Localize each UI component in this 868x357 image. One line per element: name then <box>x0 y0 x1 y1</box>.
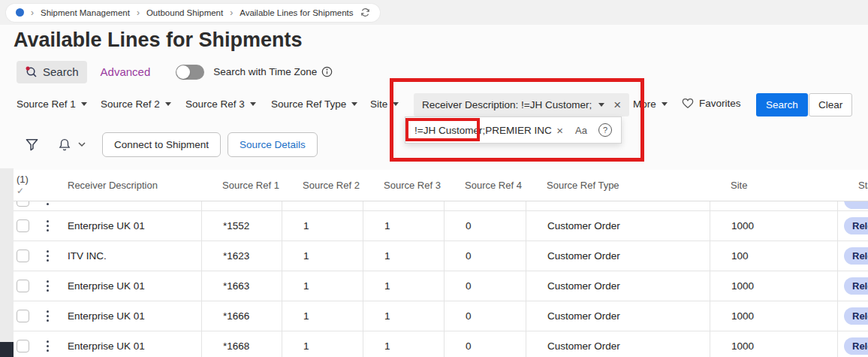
col-header-site[interactable]: Site <box>710 180 837 191</box>
caret-down-icon <box>393 102 399 106</box>
table-row: Enterprise UK 01 *1552 1 1 0 Customer Or… <box>14 211 868 241</box>
notifications-control[interactable] <box>58 138 86 152</box>
cell-source-ref-4: 0 <box>444 211 526 241</box>
cell-source-ref-2: 1 <box>282 241 363 271</box>
col-header-source-ref-3[interactable]: Source Ref 3 <box>363 180 444 191</box>
source-details-button[interactable]: Source Details <box>228 132 318 157</box>
cell-source-ref-1: *1666 <box>201 301 282 331</box>
col-header-source-ref-4[interactable]: Source Ref 4 <box>444 180 526 191</box>
toggle-knob <box>176 65 190 79</box>
col-header-source-ref-type[interactable]: Source Ref Type <box>526 180 710 191</box>
cell-source-ref-4: 0 <box>444 331 526 357</box>
col-header-source-ref-2[interactable]: Source Ref 2 <box>282 180 363 191</box>
caret-down-icon <box>165 102 171 106</box>
cell-source-ref-1: *1663 <box>201 271 282 301</box>
cell-receiver-description: Enterprise UK 01 <box>68 331 201 357</box>
available-lines-page: { "colors": { "annotation_red": "#e11c1c… <box>0 0 868 357</box>
row-checkbox[interactable] <box>17 219 29 232</box>
tab-search-label: Search <box>43 65 79 78</box>
table-row: ITV INC. *1623 1 1 0 Customer Order 100 … <box>14 241 868 271</box>
filter-dropdown-label: Source Ref 2 <box>101 98 160 110</box>
info-icon[interactable] <box>321 66 333 77</box>
tab-search[interactable]: Search <box>17 61 87 83</box>
status-badge: Released <box>844 277 868 295</box>
caret-down-icon <box>662 102 668 106</box>
favorites-button[interactable]: Favorites <box>682 98 741 109</box>
row-checkbox[interactable] <box>17 201 29 207</box>
table-row: Enterprise UK 01 *1663 1 1 0 Customer Or… <box>14 271 868 301</box>
cell-source-ref-2: 1 <box>282 331 363 357</box>
timezone-toggle[interactable] <box>176 65 204 80</box>
partially-visible-row <box>14 201 868 211</box>
help-icon[interactable]: ? <box>598 123 612 137</box>
row-menu-icon[interactable] <box>45 280 49 292</box>
left-corner-block <box>0 342 14 357</box>
row-checkbox[interactable] <box>17 340 29 352</box>
filter-dropdown-site[interactable]: Site <box>370 98 399 110</box>
cell-site: 1000 <box>710 331 837 357</box>
row-checkbox[interactable] <box>17 280 29 292</box>
row-menu-icon[interactable] <box>45 250 49 262</box>
breadcrumb-item-available-lines[interactable]: Available Lines for Shipments <box>240 8 353 17</box>
col-header-receiver-description[interactable]: Receiver Description <box>68 180 201 191</box>
filter-more-dropdown[interactable]: More <box>633 98 668 110</box>
cell-source-ref-type: Customer Order <box>526 241 710 271</box>
table-row: Enterprise UK 01 *1666 1 1 0 Customer Or… <box>14 301 868 331</box>
filter-funnel-icon[interactable] <box>25 138 39 152</box>
filter-dropdown-source-ref-2[interactable]: Source Ref 2 <box>101 98 171 110</box>
cell-source-ref-3: 1 <box>363 271 444 301</box>
row-checkbox[interactable] <box>17 250 29 262</box>
cell-site: 1000 <box>710 301 837 331</box>
refresh-icon[interactable] <box>360 8 370 17</box>
search-button[interactable]: Search <box>756 93 808 116</box>
filter-dropdown-label: Site <box>370 98 387 110</box>
table-header-row: (1) ✓ Receiver Description Source Ref 1 … <box>14 170 868 201</box>
filter-value-input[interactable]: !=JH Customer;PREMIER INC <box>414 125 552 136</box>
cell-source-ref-1: *1552 <box>201 211 282 241</box>
timezone-toggle-label: Search with Time Zone <box>213 66 317 77</box>
caret-down-icon <box>250 102 256 106</box>
more-label: More <box>633 98 656 110</box>
case-sensitivity-toggle[interactable]: Aa <box>575 125 587 136</box>
app-dot-icon[interactable] <box>16 8 24 17</box>
select-all-header[interactable]: (1) ✓ <box>14 174 45 197</box>
filter-dropdown-source-ref-type[interactable]: Source Ref Type <box>271 98 357 110</box>
row-checkbox[interactable] <box>17 310 29 322</box>
row-menu-icon[interactable] <box>45 220 49 231</box>
status-badge: Released <box>844 247 868 265</box>
row-menu-icon[interactable] <box>45 340 49 352</box>
cell-source-ref-4: 0 <box>444 301 526 331</box>
search-icon <box>25 65 38 78</box>
filter-dropdown-source-ref-3[interactable]: Source Ref 3 <box>185 98 256 110</box>
cell-source-ref-4: 0 <box>444 271 526 301</box>
breadcrumb-item-shipment-management[interactable]: Shipment Management <box>41 8 130 17</box>
cell-source-ref-3: 1 <box>363 331 444 357</box>
selection-count: (1) <box>17 174 29 186</box>
cell-source-ref-type: Customer Order <box>526 211 710 241</box>
search-mode-row: Search Advanced Search with Time Zone <box>17 60 333 83</box>
row-menu-icon[interactable] <box>45 310 49 322</box>
filter-value-editor: !=JH Customer;PREMIER INC × Aa ? <box>405 116 622 144</box>
clear-button[interactable]: Clear <box>809 93 852 116</box>
cell-receiver-description: ITV INC. <box>68 241 201 271</box>
cell-receiver-description: Enterprise UK 01 <box>68 271 201 301</box>
filter-dropdown-source-ref-1[interactable]: Source Ref 1 <box>17 98 87 110</box>
clear-input-icon[interactable]: × <box>556 124 563 137</box>
cell-source-ref-2: 1 <box>282 301 363 331</box>
caret-down-icon <box>598 103 604 107</box>
chevron-right-icon: › <box>31 8 34 18</box>
filter-dropdown-label: Source Ref 3 <box>185 98 245 110</box>
breadcrumb: › Shipment Management › Outbound Shipmen… <box>6 4 380 22</box>
cell-source-ref-1: *1623 <box>201 241 282 271</box>
breadcrumb-item-outbound-shipment[interactable]: Outbound Shipment <box>146 8 223 17</box>
cell-source-ref-2: 1 <box>282 211 363 241</box>
col-header-source-ref-1[interactable]: Source Ref 1 <box>201 180 282 191</box>
remove-filter-icon[interactable]: × <box>613 98 621 111</box>
connect-to-shipment-button[interactable]: Connect to Shipment <box>102 132 221 157</box>
cell-site: 1000 <box>710 271 837 301</box>
tab-advanced[interactable]: Advanced <box>101 65 151 78</box>
cell-receiver-description: Enterprise UK 01 <box>68 301 201 331</box>
active-filter-receiver-description[interactable]: Receiver Description: !=JH Customer; × <box>414 93 629 116</box>
col-header-status[interactable]: Status <box>837 180 868 191</box>
row-menu-icon[interactable] <box>45 201 49 205</box>
